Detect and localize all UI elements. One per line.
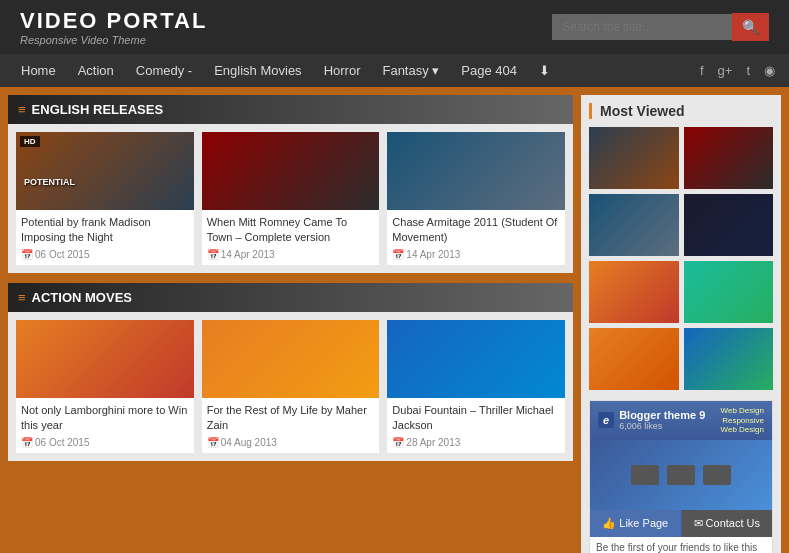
- fb-content-icons: [631, 465, 731, 485]
- nav-home[interactable]: Home: [10, 54, 67, 87]
- content-column: ≡ ENGLISH RELEASES HD POTENTIAL Potentia…: [8, 95, 573, 553]
- video-date-4: 📅 06 Oct 2015: [21, 437, 189, 448]
- nav-page404[interactable]: Page 404: [450, 54, 528, 87]
- sidebar: Most Viewed e Blogger theme 9: [581, 95, 781, 553]
- fb-header-text: Blogger theme 9 6,006 likes: [619, 409, 705, 431]
- video-info-2: When Mitt Romney Came To Town – Complete…: [202, 210, 380, 265]
- action-video-grid: Not only Lamborghini more to Win this ye…: [8, 312, 573, 461]
- video-thumb-1[interactable]: HD POTENTIAL: [16, 132, 194, 210]
- nav-comedy[interactable]: Comedy -: [125, 54, 203, 87]
- video-title-3[interactable]: Chase Armitage 2011 (Student Of Movement…: [392, 215, 560, 246]
- video-date-3: 📅 14 Apr 2013: [392, 249, 560, 260]
- facebook-widget: e Blogger theme 9 6,006 likes Web Design…: [589, 400, 773, 553]
- nav-social-icons: f g+ t ◉: [696, 61, 779, 80]
- section-title-english: ENGLISH RELEASES: [32, 102, 163, 117]
- video-date-2: 📅 14 Apr 2013: [207, 249, 375, 260]
- search-input[interactable]: [552, 14, 732, 40]
- rss-social-icon[interactable]: ◉: [760, 61, 779, 80]
- video-thumb-2[interactable]: [202, 132, 380, 210]
- sidebar-thumb-7[interactable]: [589, 328, 679, 390]
- hd-badge-1: HD: [20, 136, 40, 147]
- fb-content-area: [590, 440, 772, 510]
- video-thumb-3[interactable]: [387, 132, 565, 210]
- search-button[interactable]: 🔍: [732, 13, 769, 41]
- video-info-6: Dubai Fountain – Thriller Michael Jackso…: [387, 398, 565, 453]
- nav-english-movies[interactable]: English Movies: [203, 54, 312, 87]
- calendar-icon-1: 📅: [21, 249, 33, 260]
- video-title-6[interactable]: Dubai Fountain – Thriller Michael Jackso…: [392, 403, 560, 434]
- video-title-1[interactable]: Potential by frank Madison Imposing the …: [21, 215, 189, 246]
- video-title-2[interactable]: When Mitt Romney Came To Town – Complete…: [207, 215, 375, 246]
- video-thumb-5[interactable]: [202, 320, 380, 398]
- section-title-action: ACTION MOVES: [32, 290, 132, 305]
- googleplus-social-icon[interactable]: g+: [714, 61, 737, 80]
- video-date-5: 📅 04 Aug 2013: [207, 437, 375, 448]
- nav-fantasy[interactable]: Fantasy ▾: [371, 54, 450, 87]
- section-header-action: ≡ ACTION MOVES: [8, 283, 573, 312]
- video-info-1: Potential by frank Madison Imposing the …: [16, 210, 194, 265]
- video-info-4: Not only Lamborghini more to Win this ye…: [16, 398, 194, 453]
- video-card-4: Not only Lamborghini more to Win this ye…: [16, 320, 194, 453]
- video-info-3: Chase Armitage 2011 (Student Of Movement…: [387, 210, 565, 265]
- fb-widget-header: e Blogger theme 9 6,006 likes Web Design…: [590, 401, 772, 440]
- video-card-5: For the Rest of My Life by Maher Zain 📅 …: [202, 320, 380, 453]
- english-video-grid: HD POTENTIAL Potential by frank Madison …: [8, 124, 573, 273]
- site-branding: VIDEO PORTAL Responsive Video Theme: [20, 8, 207, 46]
- main-layout: ≡ ENGLISH RELEASES HD POTENTIAL Potentia…: [0, 87, 789, 553]
- video-card-6: Dubai Fountain – Thriller Michael Jackso…: [387, 320, 565, 453]
- twitter-social-icon[interactable]: t: [742, 61, 754, 80]
- sidebar-thumb-4[interactable]: [684, 194, 774, 256]
- video-card-1: HD POTENTIAL Potential by frank Madison …: [16, 132, 194, 265]
- nav-action[interactable]: Action: [67, 54, 125, 87]
- fb-footer-text: Be the first of your friends to like thi…: [596, 542, 766, 553]
- fb-action-buttons: 👍 Like Page ✉ Contact Us: [590, 510, 772, 537]
- potential-label: POTENTIAL: [20, 174, 79, 190]
- sidebar-thumb-1[interactable]: [589, 127, 679, 189]
- fb-contact-button[interactable]: ✉ Contact Us: [682, 510, 773, 537]
- fb-footer-area: Be the first of your friends to like thi…: [590, 537, 772, 553]
- section-header-english: ≡ ENGLISH RELEASES: [8, 95, 573, 124]
- nav-horror[interactable]: Horror: [313, 54, 372, 87]
- search-area: 🔍: [552, 13, 769, 41]
- nav-download[interactable]: ⬇: [528, 54, 561, 87]
- fb-logo-box: e: [598, 412, 614, 428]
- site-subtitle: Responsive Video Theme: [20, 34, 207, 46]
- sidebar-bg: Most Viewed e Blogger theme 9: [581, 95, 781, 553]
- fb-like-button[interactable]: 👍 Like Page: [590, 510, 682, 537]
- site-title: VIDEO PORTAL: [20, 8, 207, 34]
- facebook-social-icon[interactable]: f: [696, 61, 708, 80]
- nav-items: Home Action Comedy - English Movies Horr…: [10, 54, 561, 87]
- nav-bar: Home Action Comedy - English Movies Horr…: [0, 54, 789, 87]
- calendar-icon-4: 📅: [21, 437, 33, 448]
- sidebar-thumb-3[interactable]: [589, 194, 679, 256]
- section-icon-english: ≡: [18, 102, 26, 117]
- calendar-icon-3: 📅: [392, 249, 404, 260]
- video-card-2: When Mitt Romney Came To Town – Complete…: [202, 132, 380, 265]
- video-card-3: Chase Armitage 2011 (Student Of Movement…: [387, 132, 565, 265]
- video-title-4[interactable]: Not only Lamborghini more to Win this ye…: [21, 403, 189, 434]
- video-info-5: For the Rest of My Life by Maher Zain 📅 …: [202, 398, 380, 453]
- video-date-1: 📅 06 Oct 2015: [21, 249, 189, 260]
- sidebar-thumb-8[interactable]: [684, 328, 774, 390]
- sidebar-thumb-5[interactable]: [589, 261, 679, 323]
- most-viewed-title: Most Viewed: [589, 103, 773, 119]
- fb-responsive-badge: Web DesignResponsiveWeb Design: [721, 406, 764, 435]
- header: VIDEO PORTAL Responsive Video Theme 🔍: [0, 0, 789, 54]
- most-viewed-grid: [589, 127, 773, 390]
- fb-likes-count: 6,006 likes: [619, 421, 705, 431]
- calendar-icon-5: 📅: [207, 437, 219, 448]
- video-date-6: 📅 28 Apr 2013: [392, 437, 560, 448]
- fb-widget-title: Blogger theme 9: [619, 409, 705, 421]
- calendar-icon-2: 📅: [207, 249, 219, 260]
- video-thumb-6[interactable]: [387, 320, 565, 398]
- video-title-5[interactable]: For the Rest of My Life by Maher Zain: [207, 403, 375, 434]
- calendar-icon-6: 📅: [392, 437, 404, 448]
- section-icon-action: ≡: [18, 290, 26, 305]
- action-moves-section: ≡ ACTION MOVES Not only Lamborghini more…: [8, 283, 573, 461]
- most-viewed-section: Most Viewed: [589, 103, 773, 390]
- video-thumb-4[interactable]: [16, 320, 194, 398]
- sidebar-thumb-6[interactable]: [684, 261, 774, 323]
- english-releases-section: ≡ ENGLISH RELEASES HD POTENTIAL Potentia…: [8, 95, 573, 273]
- sidebar-thumb-2[interactable]: [684, 127, 774, 189]
